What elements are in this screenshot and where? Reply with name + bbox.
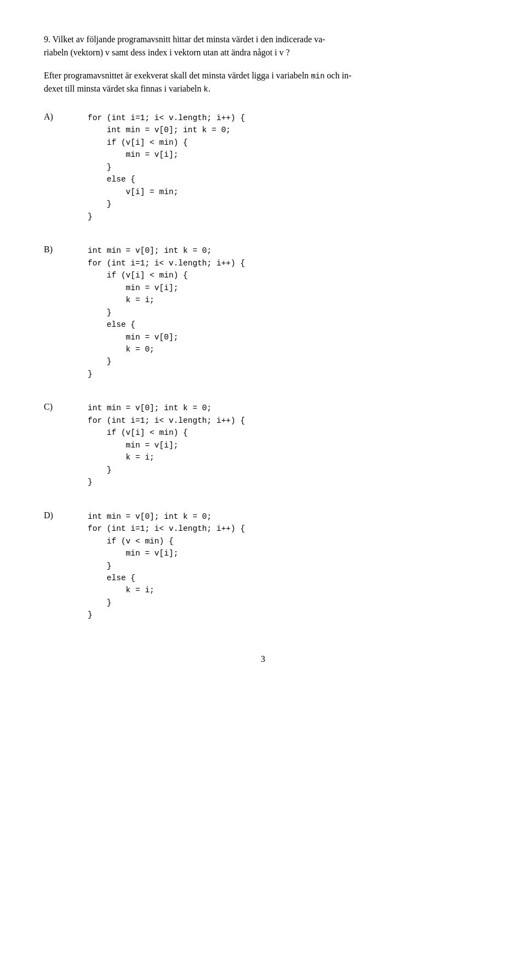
option-c-row: C) int min = v[0]; int k = 0; for (int i… (44, 402, 482, 488)
option-c-label: C) (44, 402, 88, 412)
question-text-intro: . Vilket av följande programavsnitt hitt… (48, 35, 325, 44)
question-text-line4: dexet till minsta värdet ska finnas i va… (44, 84, 210, 93)
option-b-row: B) int min = v[0]; int k = 0; for (int i… (44, 245, 482, 380)
option-a-code: for (int i=1; i< v.length; i++) { int mi… (88, 112, 245, 223)
question-header: 9. Vilket av följande programavsnitt hit… (44, 33, 482, 59)
option-b-code: int min = v[0]; int k = 0; for (int i=1;… (88, 245, 245, 380)
page-number: 3 (44, 654, 482, 664)
option-b-label: B) (44, 245, 88, 254)
option-d-row: D) int min = v[0]; int k = 0; for (int i… (44, 511, 482, 621)
options-container: A) for (int i=1; i< v.length; i++) { int… (44, 112, 482, 621)
question-text-line2: riabeln (vektorn) v samt dess index i ve… (44, 48, 290, 57)
question-text-line3: Efter programavsnittet är exekverat skal… (44, 71, 351, 80)
option-c-code: int min = v[0]; int k = 0; for (int i=1;… (88, 402, 245, 488)
question-body: Efter programavsnittet är exekverat skal… (44, 69, 482, 95)
option-a-label: A) (44, 112, 88, 122)
option-d-code: int min = v[0]; int k = 0; for (int i=1;… (88, 511, 245, 621)
option-d-label: D) (44, 511, 88, 520)
option-a-row: A) for (int i=1; i< v.length; i++) { int… (44, 112, 482, 223)
question-container: 9. Vilket av följande programavsnitt hit… (44, 33, 482, 664)
question-number: 9 (44, 35, 48, 44)
